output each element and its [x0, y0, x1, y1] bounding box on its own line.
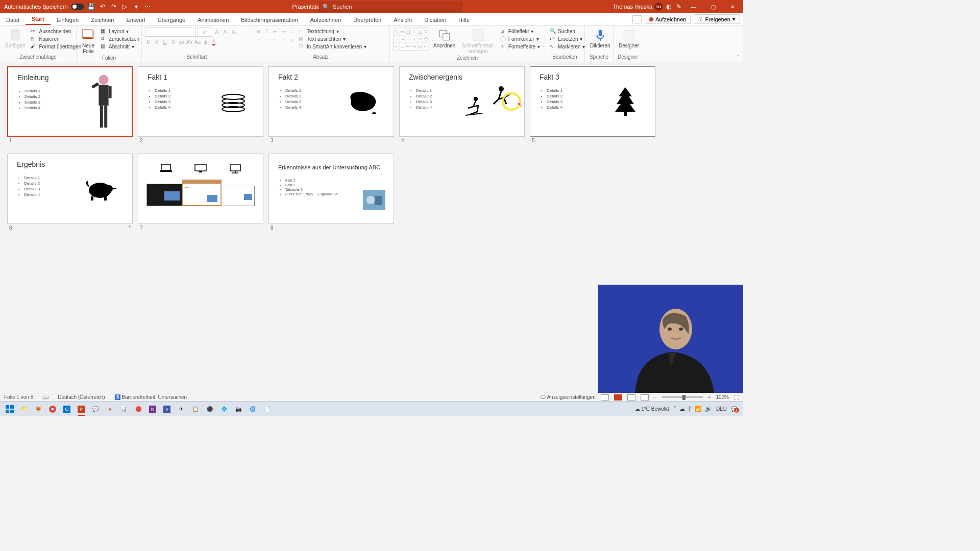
chrome-icon[interactable] [46, 403, 59, 416]
replace-button[interactable]: ⇄Ersetzen▾ [548, 35, 586, 42]
format-painter-button[interactable]: 🖌Format übertragen [29, 43, 83, 50]
justify-icon[interactable]: ≡ [280, 36, 287, 43]
autosave-toggle[interactable]: Automatisches Speichern [4, 4, 84, 10]
app-icon[interactable]: 💬 [89, 403, 102, 416]
select-button[interactable]: ↖Markieren▾ [548, 43, 586, 50]
tab-file[interactable]: Datei [0, 15, 26, 25]
tab-design[interactable]: Entwurf [120, 15, 151, 25]
onedrive-icon[interactable]: ☁ [679, 406, 685, 412]
slideshow-view-button[interactable] [641, 394, 649, 400]
increase-font-icon[interactable]: A↑ [214, 29, 222, 36]
comments-icon[interactable] [632, 15, 642, 23]
close-button[interactable]: ✕ [724, 0, 741, 13]
weather-widget[interactable]: ☁ 1°C Bewölkt [635, 406, 669, 412]
strike-button[interactable]: S [169, 38, 177, 45]
minimize-button[interactable]: — [685, 0, 702, 13]
reset-button[interactable]: ↺Zurücksetzen [99, 35, 141, 42]
line-spacing-icon[interactable]: ↕ [288, 28, 295, 35]
tab-draw[interactable]: Zeichnen [85, 15, 120, 25]
app5-icon[interactable]: 💠 [217, 403, 231, 416]
from-beginning-icon[interactable]: ▷ [121, 3, 129, 11]
wifi-icon[interactable]: 📶 [695, 406, 702, 412]
firefox-icon[interactable]: 🦊 [32, 403, 45, 416]
spell-check-icon[interactable]: 📖 [42, 394, 48, 400]
ribbon-collapse-icon[interactable]: ˆ [738, 55, 739, 61]
accessibility-check[interactable]: ♿ Barrierefreiheit: Untersuchen [114, 394, 187, 400]
share-button[interactable]: ⇪Freigeben▾ [694, 14, 740, 24]
tab-home[interactable]: Start [26, 14, 51, 25]
camera-icon[interactable]: 📷 [232, 403, 245, 416]
outlook-icon[interactable]: O [60, 403, 74, 416]
explorer-icon[interactable]: 📁 [17, 403, 31, 416]
app7-icon[interactable]: 📄 [260, 403, 274, 416]
decrease-font-icon[interactable]: A↓ [223, 29, 230, 36]
font-size-select[interactable]: 24 [197, 28, 213, 37]
normal-view-button[interactable] [601, 394, 609, 400]
slide-thumb-4[interactable]: Zwischenergenis Details 1 Details 2 Deta… [399, 66, 525, 137]
vlc-icon[interactable]: 🔺 [103, 403, 116, 416]
visio-icon[interactable]: V [160, 403, 174, 416]
user-avatar[interactable]: TH [654, 3, 663, 11]
slide-thumb-1[interactable]: Einleitung Details 1 Details 2 Details 3… [7, 66, 133, 137]
start-button[interactable] [3, 403, 16, 416]
shape-fill-button[interactable]: ◢Fülleffekt▾ [499, 28, 542, 35]
zoom-out-button[interactable]: − [654, 394, 657, 400]
keyboard-layout[interactable]: DEU [716, 406, 727, 412]
italic-button[interactable]: K [153, 38, 160, 45]
zoom-slider[interactable] [662, 396, 703, 398]
highlight-button[interactable]: ▮ [202, 38, 209, 45]
volume-icon[interactable]: 🔊 [705, 406, 712, 412]
quick-styles-button[interactable]: Schnellformat- vorlagen [459, 28, 496, 55]
onenote-icon[interactable]: N [146, 403, 159, 416]
save-icon[interactable]: 💾 [87, 3, 95, 11]
dictate-button[interactable]: Diktieren [588, 28, 612, 49]
app4-icon[interactable]: 📋 [189, 403, 202, 416]
reading-view-button[interactable] [627, 394, 635, 400]
tab-record[interactable]: Aufzeichnen [304, 15, 348, 25]
slide-thumb-7[interactable]: ▪▪▪▪ ▪▪▪▪▪▪ [138, 154, 263, 224]
fit-window-button[interactable]: ⛶ [734, 394, 739, 400]
find-button[interactable]: 🔍Suchen [548, 28, 586, 35]
display-settings[interactable]: 🖵 Anzeigeeinstellungen [541, 394, 595, 400]
font-color-button[interactable]: A [210, 38, 217, 45]
zoom-in-button[interactable]: + [708, 394, 711, 400]
align-left-icon[interactable]: ≡ [255, 36, 262, 43]
layout-button[interactable]: ▦Layout▾ [99, 28, 141, 35]
tab-view[interactable]: Ansicht [387, 15, 418, 25]
pen-icon[interactable]: ✎ [675, 3, 683, 11]
search-input[interactable] [333, 4, 458, 10]
redo-icon[interactable]: ↷ [110, 3, 118, 11]
slide-thumb-2[interactable]: Fakt 1 Details 1 Details 2 Details 3 Det… [138, 66, 263, 137]
bullets-icon[interactable]: ≡ [255, 28, 262, 35]
toggle-switch-icon[interactable] [71, 4, 84, 10]
slide-thumb-6[interactable]: Ergebnis Details 1 Details 2 Details 3 D… [7, 154, 133, 224]
obs-icon[interactable]: ⚫ [203, 403, 216, 416]
undo-icon[interactable]: ↶ [99, 3, 107, 11]
user-name[interactable]: Thomas Hruska [612, 4, 652, 10]
section-button[interactable]: ▤Abschnitt▾ [99, 43, 141, 50]
arrange-button[interactable]: Anordnen [431, 28, 457, 49]
spacing-button[interactable]: AV [186, 38, 193, 45]
case-button[interactable]: Aa [194, 38, 201, 45]
app3-icon[interactable]: 🔴 [132, 403, 145, 416]
cut-button[interactable]: ✂Ausschneiden [29, 28, 83, 35]
shadow-button[interactable]: ab [178, 38, 185, 45]
font-family-select[interactable] [145, 28, 196, 37]
tab-dictation[interactable]: Dictation [418, 15, 452, 25]
tab-insert[interactable]: Einfügen [51, 15, 85, 25]
app6-icon[interactable]: 🌀 [246, 403, 259, 416]
shape-outline-button[interactable]: ◯Formkontur▾ [499, 35, 542, 42]
align-center-icon[interactable]: ≡ [263, 36, 271, 43]
shape-effects-button[interactable]: ✦Formeffekte▾ [499, 43, 542, 50]
align-right-icon[interactable]: ≡ [272, 36, 279, 43]
new-slide-button[interactable]: Neue Folie [80, 28, 97, 55]
slide-counter[interactable]: Folie 1 von 8 [4, 394, 33, 400]
telegram-icon[interactable]: ✈ [175, 403, 188, 416]
tab-animations[interactable]: Animationen [191, 15, 235, 25]
zoom-level[interactable]: 100% [716, 394, 729, 400]
copy-button[interactable]: ⎘Kopieren [29, 35, 83, 42]
slide-sorter-area[interactable]: Einleitung Details 1 Details 2 Details 3… [0, 62, 743, 393]
maximize-button[interactable]: ▢ [704, 0, 722, 13]
slide-thumb-5[interactable]: Fakt 3 Details 1 Details 2 Details 3 Det… [530, 66, 655, 137]
clear-format-icon[interactable]: Aₓ [231, 29, 238, 36]
